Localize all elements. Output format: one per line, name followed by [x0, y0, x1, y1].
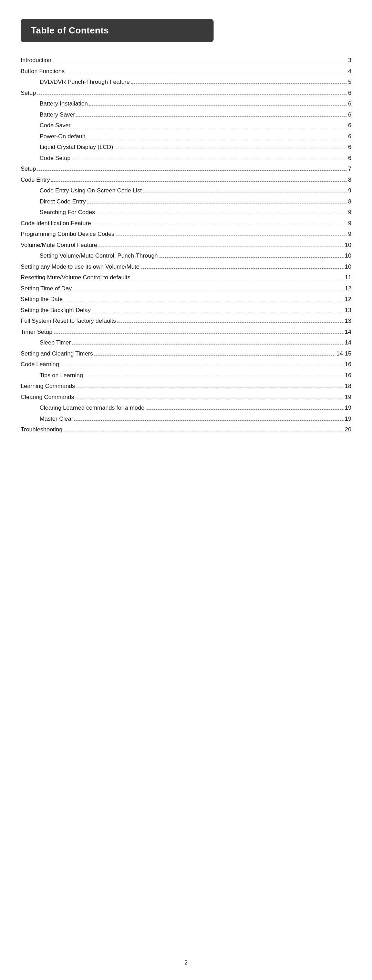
toc-item-dots	[94, 355, 335, 356]
page: Table of Contents Introduction3Button Fu…	[0, 0, 372, 980]
toc-item-label: Tips on Learning	[40, 371, 83, 380]
toc-item: Setting any Mode to use its own Volume/M…	[21, 262, 351, 271]
toc-item-label: Setting Time of Day	[21, 284, 72, 293]
toc-item-page: 10	[345, 241, 351, 250]
toc-item-page: 6	[348, 154, 351, 163]
toc-item-label: Programming Combo Device Codes	[21, 230, 114, 239]
toc-item-label: Setting the Backlight Delay	[21, 306, 90, 315]
toc-item-dots	[73, 290, 344, 290]
toc-item-dots	[54, 333, 344, 334]
toc-item-dots	[76, 116, 347, 116]
toc-item-dots	[116, 235, 347, 236]
toc-item-label: Full System Reset to factory defaults	[21, 317, 116, 326]
toc-item-page: 12	[345, 284, 351, 293]
toc-item: Code Learning16	[21, 360, 351, 369]
toc-item-page: 20	[345, 425, 351, 434]
toc-item: Setting the Date12	[21, 295, 351, 304]
toc-item-label: Code Entry Using On-Screen Code List	[40, 186, 142, 195]
toc-item-label: Searching For Codes	[40, 208, 95, 217]
toc-item-page: 6	[348, 132, 351, 141]
toc-item: Direct Code Entry8	[21, 197, 351, 206]
toc-item-page: 12	[345, 295, 351, 304]
toc-item-dots	[131, 83, 347, 84]
toc-item-label: Resetting Mute/Volume Control to default…	[21, 273, 130, 282]
toc-item: Volume/Mute Control Feature10	[21, 241, 351, 250]
toc-item-label: Code Setup	[40, 154, 71, 163]
toc-item: Code Saver6	[21, 121, 351, 130]
toc-item-dots	[66, 73, 347, 73]
toc-item-dots	[76, 388, 344, 388]
toc-item-page: 13	[345, 306, 351, 315]
toc-item: Power-On default6	[21, 132, 351, 141]
toc-item-dots	[98, 247, 344, 247]
toc-item: DVD/DVR Punch-Through Feature5	[21, 78, 351, 87]
toc-item-dots	[141, 268, 344, 269]
toc-item: Code Entry8	[21, 175, 351, 185]
page-number: 2	[184, 959, 187, 966]
toc-item-page: 9	[348, 219, 351, 228]
toc-item-dots	[89, 105, 347, 105]
toc-item-page: 5	[348, 78, 351, 87]
toc-item-page: 9	[348, 186, 351, 195]
toc-item: Clearing Commands19	[21, 393, 351, 402]
toc-item: Timer Setup14	[21, 328, 351, 337]
toc-item: Master Clear19	[21, 414, 351, 423]
toc-item: Battery Installation6	[21, 99, 351, 108]
toc-item-label: Troubleshooting	[21, 425, 62, 434]
toc-item-label: Code Identification Feature	[21, 219, 91, 228]
toc-item-label: Setup	[21, 89, 36, 98]
toc-item-page: 8	[348, 175, 351, 185]
toc-item-dots	[92, 225, 347, 225]
toc-item-label: Introduction	[21, 56, 51, 65]
toc-item-dots	[64, 431, 344, 431]
toc-item: Tips on Learning16	[21, 371, 351, 380]
toc-item-label: Setting any Mode to use its own Volume/M…	[21, 262, 139, 271]
toc-item-label: Learning Commands	[21, 382, 75, 391]
toc-item-dots	[115, 149, 347, 149]
toc-item-page: 4	[348, 67, 351, 76]
toc-item-dots	[84, 377, 344, 377]
toc-item-label: Setting the Date	[21, 295, 63, 304]
toc-item: Clearing Learned commands for a mode19	[21, 403, 351, 412]
toc-item-dots	[97, 214, 347, 214]
toc-item-page: 6	[348, 121, 351, 130]
toc-item: Programming Combo Device Codes9	[21, 230, 351, 239]
toc-item: Button Functions4	[21, 67, 351, 76]
toc-item-page: 10	[345, 251, 351, 260]
toc-header: Table of Contents	[21, 19, 214, 42]
toc-item-label: Code Learning	[21, 360, 59, 369]
toc-item-label: Sleep Timer	[40, 338, 71, 347]
toc-item: Battery Saver6	[21, 110, 351, 119]
toc-item-dots	[131, 279, 344, 279]
toc-item-label: Direct Code Entry	[40, 197, 86, 206]
toc-item-dots	[117, 322, 344, 323]
toc-list: Introduction3Button Functions4DVD/DVR Pu…	[21, 56, 351, 434]
toc-item-label: Liquid Crystal Display (LCD)	[40, 143, 113, 152]
toc-item-page: 14	[345, 338, 351, 347]
toc-item-page: 6	[348, 99, 351, 108]
toc-item-label: Clearing Learned commands for a mode	[40, 403, 144, 412]
toc-item-dots	[51, 181, 347, 182]
toc-item-dots	[64, 301, 344, 301]
toc-item-label: Battery Saver	[40, 110, 75, 119]
toc-item-label: Code Saver	[40, 121, 71, 130]
toc-item: Setup7	[21, 164, 351, 173]
toc-item: Introduction3	[21, 56, 351, 65]
toc-item-page: 8	[348, 197, 351, 206]
toc-item: Liquid Crystal Display (LCD)6	[21, 143, 351, 152]
toc-item-page: 16	[345, 371, 351, 380]
toc-item-page: 19	[345, 414, 351, 423]
toc-item-dots	[87, 203, 347, 204]
toc-item: Setup6	[21, 89, 351, 98]
toc-item-dots	[76, 399, 344, 399]
toc-item-label: Button Functions	[21, 67, 65, 76]
toc-item-label: Master Clear	[40, 414, 73, 423]
toc-item-dots	[53, 62, 347, 62]
toc-item-label: Volume/Mute Control Feature	[21, 241, 97, 250]
toc-item-label: Power-On default	[40, 132, 85, 141]
toc-item-page: 6	[348, 110, 351, 119]
toc-item-dots	[74, 420, 344, 421]
toc-item-label: Timer Setup	[21, 328, 52, 337]
toc-item-page: 19	[345, 403, 351, 412]
toc-item-label: DVD/DVR Punch-Through Feature	[40, 78, 130, 87]
